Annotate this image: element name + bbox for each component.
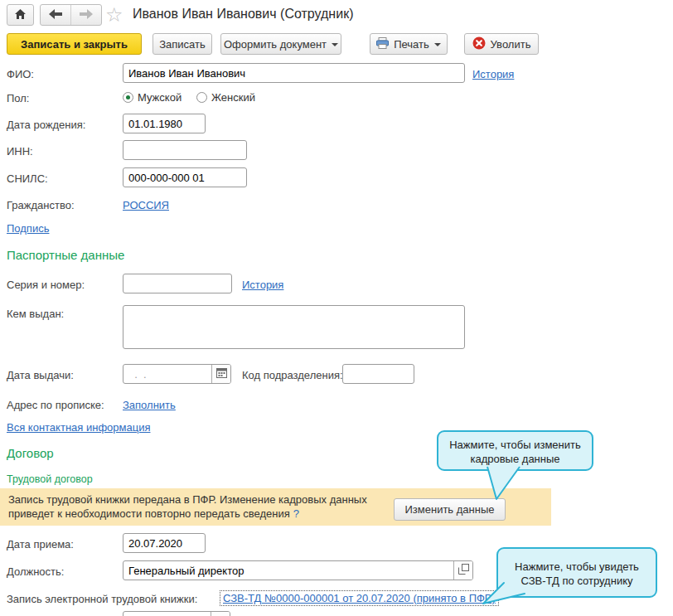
- issue-date-input[interactable]: [123, 365, 211, 383]
- citizenship-label: Гражданство:: [7, 199, 75, 211]
- birth-date-label: Дата рождения:: [7, 119, 85, 131]
- save-and-close-button[interactable]: Записать и закрыть: [7, 33, 142, 55]
- edit-data-button[interactable]: Изменить данные: [394, 498, 506, 521]
- tooltip-szvtd-line2: СЗВ-ТД по сотруднику: [521, 575, 633, 587]
- labor-contract-subheader: Трудовой договор: [7, 473, 93, 485]
- birth-date-input[interactable]: [123, 114, 206, 133]
- gender-male-label: Мужской: [138, 91, 182, 104]
- citizenship-link[interactable]: РОССИЯ: [123, 199, 169, 211]
- position-input[interactable]: [123, 561, 453, 580]
- address-fill-link[interactable]: Заполнить: [123, 399, 176, 411]
- chevron-down-icon: [434, 43, 441, 50]
- gender-radio-female[interactable]: Женский: [196, 91, 255, 104]
- szvtd-link[interactable]: СЗВ-ТД №0000-000001 от 20.07.2020 (приня…: [220, 590, 499, 606]
- tooltip-edit-data-line1: Нажмите, чтобы изменить: [449, 439, 581, 451]
- create-document-label: Оформить документ: [224, 38, 327, 51]
- save-button[interactable]: Записать: [153, 33, 212, 55]
- dismiss-x-icon: [472, 36, 486, 52]
- bottom-partial-field: [123, 611, 230, 616]
- radio-dot-icon: [196, 92, 207, 103]
- back-arrow-icon: [49, 9, 62, 22]
- dept-code-input[interactable]: [342, 364, 414, 384]
- print-button[interactable]: Печать: [370, 33, 448, 55]
- all-contact-info-link[interactable]: Вся контактная информация: [7, 421, 150, 434]
- bottom-partial-input[interactable]: [123, 612, 211, 616]
- passport-section-header: Паспортные данные: [7, 248, 124, 262]
- position-field: [123, 560, 473, 580]
- contract-section-header: Договор: [7, 446, 54, 460]
- hire-date-label: Дата приема:: [7, 538, 74, 551]
- page-title: Иванов Иван Иванович (Сотрудник): [133, 7, 353, 22]
- gender-radio-male[interactable]: Мужской: [123, 91, 182, 104]
- tooltip-edit-data: Нажмите, чтобы изменить кадровые данные: [437, 430, 593, 471]
- passport-series-label: Серия и номер:: [7, 279, 85, 291]
- dismiss-employee-button[interactable]: Уволить: [464, 33, 539, 55]
- pfr-warning-line2: приведет к необходимости повторно переда…: [8, 507, 290, 520]
- fio-input[interactable]: [123, 63, 465, 83]
- snils-label: СНИЛС:: [7, 172, 48, 185]
- printer-icon: [376, 37, 389, 51]
- passport-history-link[interactable]: История: [242, 279, 283, 291]
- issued-by-textarea[interactable]: [123, 305, 465, 349]
- snils-input[interactable]: [123, 167, 247, 187]
- calendar-icon: [216, 367, 227, 381]
- tooltip-edit-data-line2: кадровые данные: [470, 453, 559, 465]
- employee-card-window: ☆ Иванов Иван Иванович (Сотрудник) Запис…: [0, 0, 673, 616]
- home-button[interactable]: [7, 4, 34, 26]
- print-label: Печать: [394, 38, 429, 51]
- forward-arrow-icon: [80, 9, 93, 22]
- open-form-icon: [458, 564, 469, 577]
- address-label: Адрес по прописке:: [7, 399, 104, 411]
- bottom-partial-picker-button[interactable]: [211, 612, 230, 616]
- inn-label: ИНН:: [7, 145, 33, 158]
- help-question-link[interactable]: ?: [293, 507, 299, 520]
- issue-date-field: [123, 364, 231, 384]
- favorite-star-icon[interactable]: ☆: [105, 5, 123, 25]
- work-record-label: Запись электронной трудовой книжки:: [7, 593, 197, 605]
- chevron-down-icon: [332, 43, 338, 50]
- position-label: Должность:: [7, 565, 64, 578]
- fio-label: ФИО:: [7, 68, 34, 80]
- gender-label: Пол:: [7, 92, 30, 104]
- home-icon: [14, 8, 27, 22]
- pfr-warning-text: Запись трудовой книжки передана в ПФР. И…: [8, 492, 367, 521]
- back-button[interactable]: [41, 5, 70, 25]
- tooltip-szvtd-line1: Нажмите, чтобы увидеть: [515, 560, 639, 573]
- save-and-close-label: Записать и закрыть: [21, 38, 128, 51]
- passport-series-input[interactable]: [123, 274, 232, 293]
- create-document-button[interactable]: Оформить документ: [220, 33, 341, 55]
- save-label: Записать: [159, 38, 206, 51]
- forward-button[interactable]: [71, 5, 101, 25]
- hire-date-input[interactable]: [123, 533, 206, 553]
- gender-female-label: Женский: [211, 91, 255, 104]
- signature-link[interactable]: Подпись: [7, 222, 49, 235]
- fio-history-link[interactable]: История: [472, 68, 514, 80]
- inn-input[interactable]: [123, 140, 247, 160]
- edit-data-label: Изменить данные: [405, 503, 495, 516]
- dept-code-label: Код подразделения:: [242, 369, 343, 381]
- issue-date-label: Дата выдачи:: [7, 369, 74, 381]
- history-nav-group: [40, 4, 102, 26]
- open-position-button[interactable]: [453, 561, 472, 580]
- dismiss-label: Уволить: [491, 38, 531, 51]
- pfr-warning-line1: Запись трудовой книжки передана в ПФР. И…: [8, 493, 367, 506]
- tooltip-szvtd: Нажмите, чтобы увидеть СЗВ-ТД по сотрудн…: [496, 547, 657, 598]
- calendar-picker-button[interactable]: [211, 365, 230, 383]
- issued-by-label: Кем выдан:: [7, 308, 64, 320]
- radio-dot-icon: [123, 92, 133, 103]
